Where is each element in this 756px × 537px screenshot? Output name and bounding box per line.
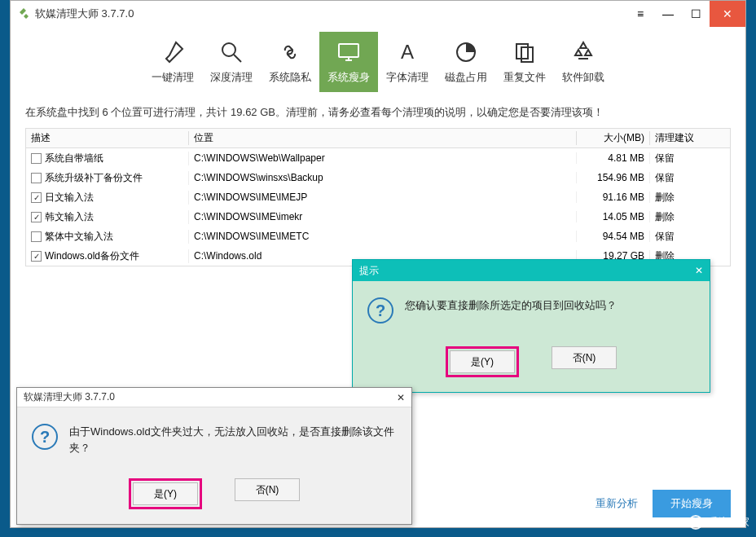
tool-brush[interactable]: 一键清理 xyxy=(143,32,202,92)
question-icon: ? xyxy=(367,297,393,324)
row-desc: 韩文输入法 xyxy=(45,210,94,224)
tool-monitor[interactable]: 系统瘦身 xyxy=(319,32,378,92)
dialog2-title: 软媒清理大师 3.7.7.0 ✕ xyxy=(17,388,411,407)
tool-label: 字体清理 xyxy=(386,70,429,85)
row-location: C:\WINDOWS\IME\imekr xyxy=(189,211,577,222)
row-location: C:\WINDOWS\IME\IMEJP xyxy=(189,191,577,203)
tool-label: 磁盘占用 xyxy=(445,70,487,85)
results-table: 描述 位置 大小(MB) 清理建议 系统自带墙纸 C:\WINDOWS\Web\… xyxy=(25,128,731,266)
row-size: 91.16 MB xyxy=(577,191,650,203)
windowsold-dialog: 软媒清理大师 3.7.7.0 ✕ ? 由于Windows.old文件夹过大，无法… xyxy=(16,387,412,525)
close-button[interactable]: ✕ xyxy=(710,1,745,27)
tool-pie[interactable]: 磁盘占用 xyxy=(437,32,495,92)
dialog-message: 您确认要直接删除所选定的项目到回收站吗？ xyxy=(405,297,617,314)
tool-magnify[interactable]: 深度清理 xyxy=(202,32,261,92)
magnify-icon xyxy=(218,39,244,65)
tool-dup[interactable]: 重复文件 xyxy=(495,32,554,92)
tool-label: 软件卸载 xyxy=(562,70,604,85)
row-size: 94.54 MB xyxy=(577,231,650,242)
row-suggestion: 保留 xyxy=(650,152,715,165)
col-sug[interactable]: 清理建议 xyxy=(650,131,715,145)
chain-icon xyxy=(277,39,303,65)
svg-line-1 xyxy=(234,55,241,62)
row-desc: Windows.old备份文件 xyxy=(45,249,139,263)
confirm-dialog: 提示 ✕ ? 您确认要直接删除所选定的项目到回收站吗？ 是(Y) 否(N) xyxy=(352,259,710,393)
row-checkbox[interactable] xyxy=(31,153,42,164)
row-checkbox[interactable]: ✓ xyxy=(31,192,42,203)
maximize-button[interactable]: ☐ xyxy=(682,1,710,27)
row-suggestion: 删除 xyxy=(650,210,715,224)
tool-label: 系统瘦身 xyxy=(327,70,370,85)
question-icon: ? xyxy=(32,424,58,450)
tool-label: 重复文件 xyxy=(503,70,546,85)
app-icon xyxy=(17,7,30,20)
row-checkbox[interactable] xyxy=(31,231,42,242)
watermark: 系统之家 xyxy=(688,514,749,530)
watermark-text: 系统之家 xyxy=(707,515,749,530)
row-desc: 系统升级补丁备份文件 xyxy=(45,171,143,185)
watermark-icon xyxy=(688,514,704,530)
dialog-title-text: 提示 xyxy=(359,264,379,278)
row-size: 4.81 MB xyxy=(577,152,650,164)
table-row[interactable]: ✓韩文输入法 C:\WINDOWS\IME\imekr 14.05 MB 删除 xyxy=(26,207,730,227)
content-area: 在系统盘中找到 6 个位置可进行清理，共计 19.62 GB。清理前，请务必查看… xyxy=(11,92,745,275)
dialog2-title-text: 软媒清理大师 3.7.7.0 xyxy=(24,390,115,404)
yes-highlight: 是(Y) xyxy=(446,346,519,377)
font-icon: A xyxy=(394,39,420,65)
table-row[interactable]: ✓日文输入法 C:\WINDOWS\IME\IMEJP 91.16 MB 删除 xyxy=(26,187,730,207)
row-desc: 日文输入法 xyxy=(45,191,94,205)
dialog-yes-button[interactable]: 是(Y) xyxy=(450,350,515,373)
table-header: 描述 位置 大小(MB) 清理建议 xyxy=(26,129,730,148)
table-row[interactable]: 繁体中文输入法 C:\WINDOWS\IME\IMETC 94.54 MB 保留 xyxy=(26,227,730,246)
row-location: C:\WINDOWS\IME\IMETC xyxy=(189,231,577,242)
monitor-icon xyxy=(336,39,362,65)
titlebar: 软媒清理大师 3.7.7.0 ≡ — ☐ ✕ xyxy=(11,1,745,27)
row-location: C:\WINDOWS\winsxs\Backup xyxy=(189,172,577,183)
start-slim-button[interactable]: 开始瘦身 xyxy=(653,490,731,517)
minimize-button[interactable]: — xyxy=(654,1,682,27)
table-row[interactable]: 系统升级补丁备份文件 C:\WINDOWS\winsxs\Backup 154.… xyxy=(26,168,730,187)
row-checkbox[interactable]: ✓ xyxy=(31,212,42,222)
dialog2-yes-button[interactable]: 是(Y) xyxy=(133,482,198,505)
yes-highlight: 是(Y) xyxy=(129,478,202,509)
dialog2-close-icon[interactable]: ✕ xyxy=(397,392,405,403)
tool-chain[interactable]: 系统隐私 xyxy=(261,32,319,92)
svg-point-10 xyxy=(693,520,698,525)
svg-text:A: A xyxy=(401,41,414,63)
footer: 重新分析 开始瘦身 xyxy=(596,490,731,517)
tool-recycle[interactable]: 软件卸载 xyxy=(554,32,613,92)
toolbar: 一键清理深度清理系统隐私系统瘦身A字体清理磁盘占用重复文件软件卸载 xyxy=(11,27,745,92)
row-suggestion: 删除 xyxy=(650,191,715,205)
dialog-no-button[interactable]: 否(N) xyxy=(552,346,617,369)
tool-label: 深度清理 xyxy=(210,70,253,85)
svg-rect-2 xyxy=(339,44,358,57)
row-checkbox[interactable]: ✓ xyxy=(31,251,42,262)
tool-label: 一键清理 xyxy=(152,70,194,85)
reanalyze-link[interactable]: 重新分析 xyxy=(596,496,638,511)
col-size[interactable]: 大小(MB) xyxy=(577,131,650,145)
row-desc: 繁体中文输入法 xyxy=(45,230,113,244)
dialog2-no-button[interactable]: 否(N) xyxy=(235,478,300,501)
info-line: 在系统盘中找到 6 个位置可进行清理，共计 19.62 GB。清理前，请务必查看… xyxy=(25,105,731,120)
dialog2-message: 由于Windows.old文件夹过大，无法放入回收站，是否直接删除该文件夹？ xyxy=(69,424,397,456)
dialog-title: 提示 ✕ xyxy=(353,260,710,281)
window-title: 软媒清理大师 3.7.7.0 xyxy=(35,7,626,21)
recycle-icon xyxy=(570,39,596,65)
row-checkbox[interactable] xyxy=(31,173,42,183)
svg-point-0 xyxy=(222,43,235,56)
row-size: 154.96 MB xyxy=(577,172,650,183)
table-row[interactable]: 系统自带墙纸 C:\WINDOWS\Web\Wallpaper 4.81 MB … xyxy=(26,148,730,168)
menu-button[interactable]: ≡ xyxy=(626,1,654,27)
tool-font[interactable]: A字体清理 xyxy=(378,32,437,92)
col-desc[interactable]: 描述 xyxy=(26,131,189,145)
row-desc: 系统自带墙纸 xyxy=(45,152,103,165)
row-location: C:\WINDOWS\Web\Wallpaper xyxy=(189,152,577,164)
tool-label: 系统隐私 xyxy=(269,70,311,85)
brush-icon xyxy=(160,39,186,65)
dup-icon xyxy=(512,39,538,65)
dialog-close-icon[interactable]: ✕ xyxy=(695,265,703,276)
row-suggestion: 保留 xyxy=(650,230,715,244)
pie-icon xyxy=(453,39,479,65)
col-loc[interactable]: 位置 xyxy=(189,131,577,145)
row-suggestion: 保留 xyxy=(650,171,715,185)
